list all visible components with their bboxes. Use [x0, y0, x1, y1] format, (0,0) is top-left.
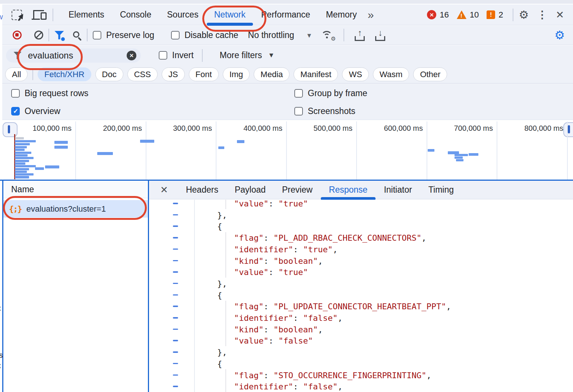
disable-cache-label[interactable]: Disable cache [184, 30, 238, 40]
tab-elements[interactable]: Elements [61, 4, 112, 25]
clear-filter-icon[interactable]: ✕ [127, 51, 136, 60]
screenshots-label[interactable]: Screenshots [308, 106, 355, 116]
request-row[interactable]: {;}evaluations?cluster=1 [3, 200, 148, 218]
network-toolbar: Preserve log Disable cache No throttling… [2, 26, 573, 45]
network-options: Big request rows Group by frame Overview… [2, 83, 573, 120]
chip-doc[interactable]: Doc [95, 67, 123, 81]
settings-gear-icon[interactable]: ⚙ [519, 8, 529, 21]
chip-ws[interactable]: WS [342, 67, 368, 81]
search-icon[interactable] [73, 31, 79, 38]
more-filters-caret-icon[interactable]: ▼ [268, 51, 275, 59]
overview-label[interactable]: Overview [25, 106, 60, 116]
device-toolbar-icon[interactable] [33, 9, 47, 20]
chip-media[interactable]: Media [254, 67, 289, 81]
preserve-log-checkbox[interactable] [93, 31, 101, 39]
detail-tab-headers[interactable]: Headers [178, 181, 227, 199]
chip-other[interactable]: Other [413, 67, 447, 81]
network-overview-timeline[interactable]: 100,000 ms200,000 ms300,000 ms400,000 ms… [2, 120, 573, 180]
detail-tab-payload[interactable]: Payload [227, 181, 274, 199]
warning-count[interactable]: 10 [470, 10, 479, 20]
json-icon: {;} [9, 204, 22, 214]
disable-cache-checkbox[interactable] [171, 31, 180, 39]
chip-wasm[interactable]: Wasm [373, 67, 409, 81]
more-tabs-icon[interactable]: » [368, 9, 373, 21]
chip-font[interactable]: Font [189, 67, 219, 81]
chip-fetch-xhr[interactable]: Fetch/XHR [38, 67, 91, 81]
response-content[interactable]: "value": "true"},{"flag": "PL_ADD_RBAC_C… [149, 200, 573, 392]
gutter-mark [173, 317, 178, 319]
filter-input[interactable]: evaluations ✕ [6, 48, 141, 63]
detail-tab-initiator[interactable]: Initiator [376, 181, 420, 199]
detail-tab-preview[interactable]: Preview [274, 181, 321, 199]
gutter-mark [173, 237, 178, 238]
gutter-mark [173, 363, 178, 364]
warning-badge-icon[interactable] [457, 10, 466, 19]
gutter-mark [173, 203, 178, 204]
record-network-log-icon[interactable] [13, 31, 22, 39]
tab-memory[interactable]: Memory [318, 4, 365, 25]
clear-network-log-icon[interactable] [34, 31, 43, 39]
tab-console[interactable]: Console [112, 4, 159, 25]
overview-right-handle[interactable] [563, 122, 573, 137]
issues-count[interactable]: 2 [498, 10, 503, 20]
error-count[interactable]: 16 [440, 10, 449, 20]
request-timeline-bar [35, 167, 44, 170]
chip-img[interactable]: Img [223, 67, 250, 81]
big-request-rows-checkbox[interactable] [11, 89, 20, 98]
chip-css[interactable]: CSS [127, 67, 158, 81]
close-detail-icon[interactable]: ✕ [160, 184, 168, 195]
detail-tab-response[interactable]: Response [321, 181, 376, 199]
chip-all[interactable]: All [5, 67, 28, 81]
invert-checkbox[interactable] [159, 51, 167, 60]
import-har-icon[interactable]: ↑ [355, 29, 365, 41]
request-timeline-bar [15, 152, 31, 154]
name-column-header[interactable]: Name [3, 181, 148, 198]
code-line: { [217, 290, 222, 301]
throttling-select[interactable]: No throttling [248, 30, 294, 40]
indent-guide [225, 301, 226, 346]
indent-guide [225, 369, 226, 392]
timeline-tick-label: 700,000 ms [422, 124, 493, 133]
export-har-icon[interactable]: ↓ [375, 29, 385, 41]
page-edge-fragment: w [0, 13, 3, 21]
screenshots-checkbox[interactable] [294, 107, 303, 116]
chip-manifest[interactable]: Manifest [294, 67, 338, 81]
group-by-frame-checkbox[interactable] [294, 89, 303, 98]
preserve-log-label[interactable]: Preserve log [106, 30, 154, 40]
code-line: "identifier": "false", [234, 312, 342, 324]
kebab-menu-icon[interactable]: ⋮ [537, 9, 547, 21]
more-filters-button[interactable]: More filters [220, 50, 262, 60]
request-timeline-bar [15, 168, 29, 170]
filter-value[interactable]: evaluations [28, 50, 73, 61]
code-line: "identifier": "true", [234, 244, 338, 255]
invert-label[interactable]: Invert [172, 50, 194, 60]
gutter-mark [173, 249, 178, 250]
request-timeline-bar [140, 140, 154, 143]
tab-sources[interactable]: Sources [159, 4, 206, 25]
big-request-rows-label[interactable]: Big request rows [25, 88, 88, 98]
network-conditions-icon[interactable]: ⚙ [320, 29, 335, 41]
close-devtools-icon[interactable]: ✕ [555, 9, 564, 21]
panel-tabs: ElementsConsoleSourcesNetworkPerformance… [61, 4, 365, 25]
tab-performance[interactable]: Performance [253, 4, 318, 25]
gutter-mark [173, 260, 178, 262]
gutter-mark [173, 374, 178, 376]
group-by-frame-label[interactable]: Group by frame [308, 88, 367, 98]
throttling-caret-icon[interactable]: ▼ [306, 32, 313, 39]
detail-tab-timing[interactable]: Timing [420, 181, 462, 199]
issues-badge-icon[interactable]: ! [487, 10, 495, 19]
divider [513, 9, 513, 21]
request-timeline-bar [15, 154, 28, 157]
tab-network[interactable]: Network [206, 4, 253, 25]
request-name[interactable]: evaluations?cluster=1 [26, 204, 106, 214]
overview-checkbox[interactable] [11, 107, 20, 116]
inspect-element-icon[interactable] [12, 10, 22, 20]
filter-icon[interactable] [54, 31, 64, 39]
network-log-area: Name {;}evaluations?cluster=1 ✕ HeadersP… [2, 181, 573, 392]
error-badge-icon[interactable]: ✕ [427, 10, 436, 19]
network-settings-gear-icon[interactable]: ⚙ [554, 28, 565, 42]
gutter-mark [173, 351, 178, 353]
code-line: "flag": "PL_ADD_RBAC_CHECK_CONNECTORS", [234, 232, 427, 244]
code-line: "flag": "PL_UPDATE_CONNECTOR_HEARTBEAT_P… [234, 301, 451, 312]
chip-js[interactable]: JS [162, 67, 185, 81]
